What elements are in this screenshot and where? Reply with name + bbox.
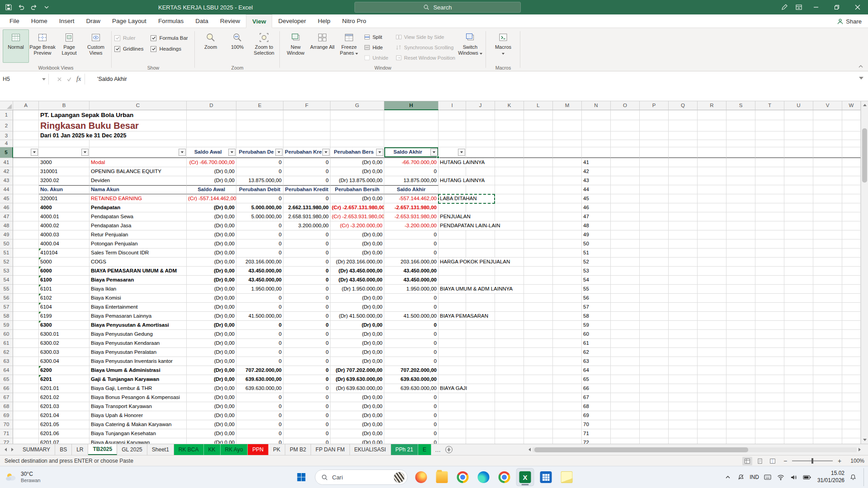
- cell-S3[interactable]: [726, 131, 755, 140]
- cell-N72[interactable]: 72: [582, 438, 611, 444]
- cell-I53[interactable]: [439, 267, 466, 276]
- cell-P52[interactable]: [640, 258, 669, 267]
- cell-C69[interactable]: Biaya Upah & Honorer: [90, 411, 187, 420]
- cell-V4[interactable]: [813, 140, 842, 147]
- cell-F44[interactable]: Perubahan Kredit: [283, 185, 330, 194]
- cell-Q58[interactable]: [669, 312, 698, 321]
- cell-V61[interactable]: [813, 339, 842, 348]
- cell-H56[interactable]: 0: [384, 294, 439, 303]
- cell-O71[interactable]: [611, 429, 640, 438]
- cell-I69[interactable]: [439, 411, 466, 420]
- cell-W62[interactable]: [842, 348, 861, 357]
- cell-R65[interactable]: [698, 375, 726, 384]
- cell-A64[interactable]: [13, 366, 39, 375]
- cell-V51[interactable]: [813, 249, 842, 258]
- cell-O50[interactable]: [611, 239, 640, 249]
- cell-Q3[interactable]: [669, 131, 698, 140]
- cell-M53[interactable]: [553, 267, 582, 276]
- cell-F63[interactable]: 0: [283, 357, 330, 366]
- cell-L64[interactable]: [524, 366, 553, 375]
- cell-V60[interactable]: [813, 330, 842, 339]
- cell-S71[interactable]: [726, 429, 755, 438]
- cell-C48[interactable]: Pendapatan Jasa: [90, 221, 187, 230]
- cell-W55[interactable]: [842, 285, 861, 294]
- column-header-A[interactable]: A: [13, 101, 39, 110]
- cell-S54[interactable]: [726, 276, 755, 285]
- headings-checkbox[interactable]: Headings: [151, 44, 188, 54]
- row-header-4[interactable]: 4: [0, 140, 13, 147]
- cell-F53[interactable]: 0: [283, 267, 330, 276]
- cell-M67[interactable]: [553, 393, 582, 402]
- cell-R58[interactable]: [698, 312, 726, 321]
- cell-T51[interactable]: [755, 249, 784, 258]
- cell-V72[interactable]: [813, 438, 842, 444]
- sheet-tab-rk-ayo[interactable]: RK Ayo: [221, 444, 248, 455]
- cell-K51[interactable]: [495, 249, 524, 258]
- name-box-dropdown-icon[interactable]: [42, 78, 46, 80]
- cell-K60[interactable]: [495, 330, 524, 339]
- cell-L55[interactable]: [524, 285, 553, 294]
- cell-O47[interactable]: [611, 212, 640, 221]
- touch-keyboard-icon[interactable]: [763, 473, 772, 482]
- sheet-tab-tb2025[interactable]: TB2025: [88, 444, 117, 455]
- cell-G60[interactable]: (Dr) 0,00: [330, 330, 384, 339]
- cell-U67[interactable]: [784, 393, 813, 402]
- cell-L70[interactable]: [524, 420, 553, 429]
- cell-V56[interactable]: [813, 294, 842, 303]
- cell-O51[interactable]: [611, 249, 640, 258]
- cell-O1[interactable]: [611, 110, 640, 120]
- cell-O46[interactable]: [611, 203, 640, 212]
- cell-F59[interactable]: 0: [283, 321, 330, 330]
- cell-Q1[interactable]: [669, 110, 698, 120]
- cell-C70[interactable]: Biaya Catering & Makan Karyawan: [90, 420, 187, 429]
- cell-S48[interactable]: [726, 221, 755, 230]
- row-header-63[interactable]: 63: [0, 357, 13, 366]
- cell-D66[interactable]: (Dr) 0,00: [187, 384, 236, 393]
- cell-A49[interactable]: [13, 230, 39, 239]
- cell-K45[interactable]: [495, 194, 524, 203]
- cell-S57[interactable]: [726, 303, 755, 312]
- cell-U69[interactable]: [784, 411, 813, 420]
- cell-F51[interactable]: 0: [283, 249, 330, 258]
- cell-U64[interactable]: [784, 366, 813, 375]
- cell-J57[interactable]: [466, 303, 495, 312]
- custom-views-button[interactable]: Custom Views: [83, 29, 109, 63]
- cell-H55[interactable]: 1.950.000,00: [384, 285, 439, 294]
- cell-S62[interactable]: [726, 348, 755, 357]
- column-header-L[interactable]: L: [524, 101, 553, 110]
- cell-W3[interactable]: [842, 131, 861, 140]
- cell-T52[interactable]: [755, 258, 784, 267]
- cell-K46[interactable]: [495, 203, 524, 212]
- cell-A51[interactable]: [13, 249, 39, 258]
- cell-F50[interactable]: 0: [283, 239, 330, 249]
- cell-K58[interactable]: [495, 312, 524, 321]
- cell-J46[interactable]: [466, 203, 495, 212]
- cell-L71[interactable]: [524, 429, 553, 438]
- unhide-button[interactable]: Unhide: [363, 53, 390, 62]
- start-button[interactable]: [292, 468, 311, 486]
- row-header-67[interactable]: 67: [0, 393, 13, 402]
- cell-B43[interactable]: 3200.02: [39, 176, 90, 185]
- cell-B63[interactable]: 6300.04: [39, 357, 90, 366]
- cell-T44[interactable]: [755, 185, 784, 194]
- cell-L57[interactable]: [524, 303, 553, 312]
- cell-O42[interactable]: [611, 167, 640, 176]
- cell-M49[interactable]: [553, 230, 582, 239]
- formula-bar-checkbox[interactable]: Formula Bar: [151, 33, 188, 43]
- cell-V54[interactable]: [813, 276, 842, 285]
- cell-V5[interactable]: [813, 147, 842, 158]
- cell-U68[interactable]: [784, 402, 813, 411]
- cell-M71[interactable]: [553, 429, 582, 438]
- cell-P68[interactable]: [640, 402, 669, 411]
- cell-O49[interactable]: [611, 230, 640, 239]
- cell-G53[interactable]: (Dr) 43.450.000,00: [330, 267, 384, 276]
- taskbar-app-office[interactable]: [537, 468, 555, 486]
- cell-F49[interactable]: 0: [283, 230, 330, 239]
- formula-bar-expand-icon[interactable]: [859, 77, 863, 80]
- cell-I67[interactable]: [439, 393, 466, 402]
- cell-R1[interactable]: [698, 110, 726, 120]
- sheet-tab-ppn[interactable]: PPN: [248, 444, 269, 455]
- cell-A68[interactable]: [13, 402, 39, 411]
- cell-L52[interactable]: [524, 258, 553, 267]
- cell-W56[interactable]: [842, 294, 861, 303]
